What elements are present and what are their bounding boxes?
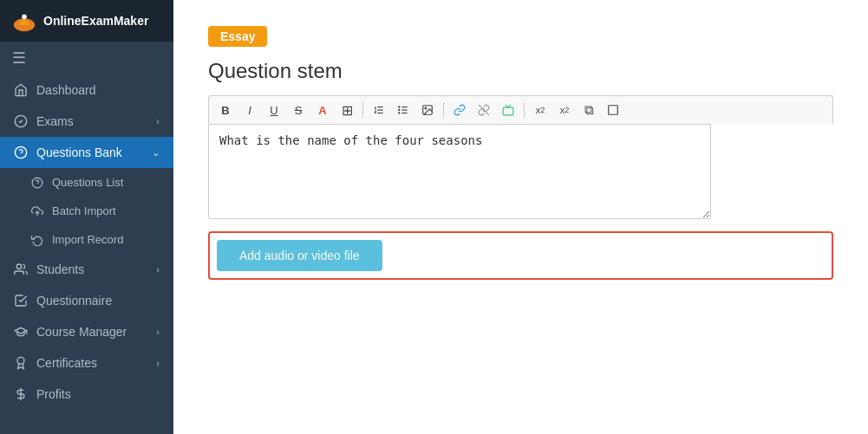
sidebar-label-dashboard: Dashboard: [36, 83, 96, 97]
sidebar-header: OnlineExamMaker: [0, 0, 173, 42]
sidebar-label-questionnaire: Questionnaire: [36, 294, 112, 308]
import-record-icon: [31, 234, 43, 246]
questions-list-icon: [31, 177, 43, 189]
svg-point-9: [17, 357, 24, 364]
hamburger-button[interactable]: ☰: [0, 42, 173, 74]
unlink-button[interactable]: [473, 100, 495, 120]
svg-point-1: [22, 15, 27, 20]
sidebar-label-batch-import: Batch Import: [52, 204, 116, 217]
chevron-right-students: ›: [156, 264, 160, 275]
sidebar-label-exams: Exams: [36, 114, 74, 128]
chevron-right-icon: ›: [156, 116, 160, 126]
superscript-button[interactable]: x2: [529, 100, 551, 120]
chevron-right-course: ›: [156, 327, 160, 337]
questions-bank-icon: [14, 146, 28, 159]
sidebar-label-certificates: Certificates: [36, 356, 97, 370]
students-icon: [14, 262, 28, 276]
editor-toolbar: B I U S A ⊞ x2 x2 ⧉: [208, 95, 833, 124]
certificate-icon: [14, 356, 28, 370]
copy-button[interactable]: ⧉: [578, 100, 600, 120]
sidebar-item-profits[interactable]: Profits: [0, 379, 173, 410]
batch-import-icon: [31, 205, 43, 217]
sidebar-sub-batch-import[interactable]: Batch Import: [0, 197, 173, 225]
image-button[interactable]: [416, 100, 439, 120]
chevron-down-icon: ⌄: [152, 147, 160, 159]
sidebar-label-questions-bank: Questions Bank: [36, 146, 122, 159]
media-button[interactable]: [497, 100, 519, 120]
svg-point-18: [399, 109, 400, 110]
sidebar-item-students[interactable]: Students ›: [0, 254, 173, 285]
sidebar: OnlineExamMaker ☰ Dashboard Exams › Ques…: [0, 0, 173, 434]
add-audio-video-button[interactable]: Add audio or video file: [217, 240, 382, 271]
profits-icon: [14, 387, 28, 401]
sidebar-item-questions-bank[interactable]: Questions Bank ⌄: [0, 137, 173, 168]
essay-badge: Essay: [208, 26, 267, 47]
sidebar-label-profits: Profits: [36, 387, 71, 401]
strikethrough-button[interactable]: S: [287, 100, 310, 120]
color-button[interactable]: A: [311, 100, 334, 120]
underline-button[interactable]: U: [263, 100, 285, 120]
add-media-container: Add audio or video file: [208, 231, 833, 280]
sidebar-sub-questions-list[interactable]: Questions List: [0, 168, 173, 197]
italic-button[interactable]: I: [238, 100, 261, 120]
ordered-list-button[interactable]: [368, 100, 390, 120]
sidebar-item-dashboard[interactable]: Dashboard: [0, 74, 173, 106]
toolbar-sep-1: [362, 102, 363, 118]
toolbar-sep-2: [443, 102, 444, 118]
questionnaire-icon: [14, 294, 28, 308]
main-content: Essay Question stem B I U S A ⊞ x2 x2: [173, 0, 868, 434]
svg-point-8: [16, 264, 21, 269]
sidebar-label-students: Students: [36, 262, 84, 276]
check-circle-icon: [14, 114, 28, 128]
subscript-button[interactable]: x2: [553, 100, 576, 120]
brand-name: OnlineExamMaker: [43, 14, 148, 28]
sidebar-label-questions-list: Questions List: [52, 176, 123, 189]
sidebar-label-import-record: Import Record: [52, 233, 123, 246]
question-stem-label: Question stem: [208, 59, 833, 83]
home-icon: [14, 83, 28, 97]
svg-rect-23: [503, 107, 513, 115]
sidebar-item-certificates[interactable]: Certificates ›: [0, 347, 173, 379]
table-button[interactable]: ⊞: [336, 100, 358, 120]
sidebar-item-questionnaire[interactable]: Questionnaire: [0, 285, 173, 316]
sidebar-label-course-manager: Course Manager: [36, 325, 127, 339]
graduation-icon: [14, 325, 28, 339]
svg-point-17: [399, 107, 400, 107]
svg-point-19: [399, 113, 400, 113]
sidebar-item-exams[interactable]: Exams ›: [0, 106, 173, 137]
logo-icon: [12, 9, 36, 33]
toolbar-sep-3: [524, 102, 525, 118]
link-button[interactable]: [448, 100, 471, 120]
svg-point-21: [425, 107, 427, 109]
bold-button[interactable]: B: [214, 100, 237, 120]
sidebar-sub-import-record[interactable]: Import Record: [0, 225, 173, 254]
svg-rect-24: [609, 106, 618, 115]
fullscreen-button[interactable]: [602, 100, 624, 120]
editor-textarea[interactable]: What is the name of the four seasons: [208, 124, 711, 219]
sidebar-item-course-manager[interactable]: Course Manager ›: [0, 316, 173, 347]
chevron-right-cert: ›: [156, 358, 160, 368]
unordered-list-button[interactable]: [392, 100, 414, 120]
